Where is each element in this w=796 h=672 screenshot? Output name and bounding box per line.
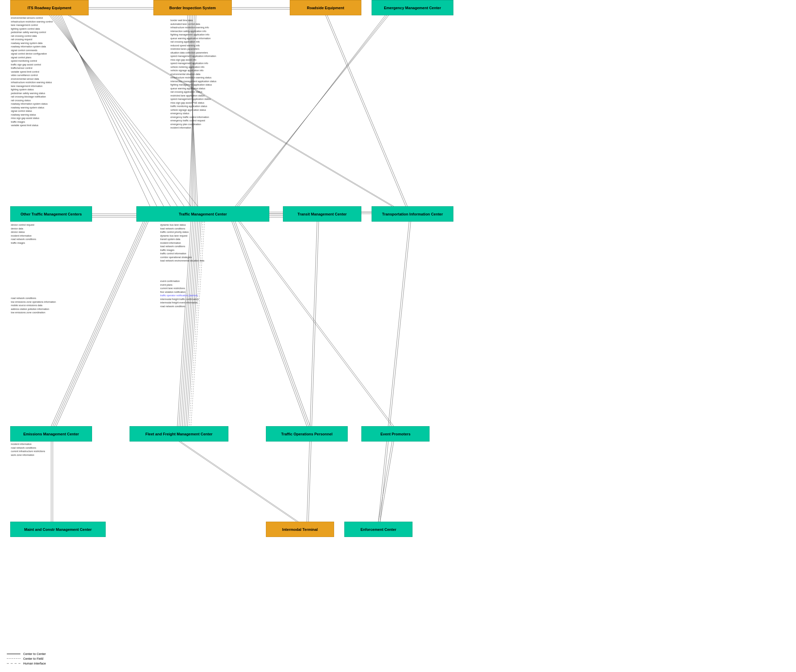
- svg-line-6: [60, 15, 157, 206]
- svg-line-40: [232, 222, 307, 426]
- connections-svg: [0, 0, 796, 672]
- svg-line-42: [235, 222, 310, 426]
- maint-constr-node[interactable]: Maint and Constr Management Center: [10, 522, 105, 537]
- svg-line-59: [308, 222, 319, 522]
- legend: Center to Center Center to Field Human I…: [7, 652, 46, 665]
- its-roadway-node[interactable]: ITS Roadway Equipment: [10, 0, 89, 15]
- legend-center-to-center: Center to Center: [7, 652, 46, 656]
- svg-line-17: [237, 15, 387, 206]
- svg-line-38: [239, 222, 392, 426]
- roadside-equipment-node[interactable]: Roadside Equipment: [290, 0, 361, 15]
- border-inspection-node[interactable]: Border Inspection System: [153, 0, 232, 15]
- emergency-mgmt-node[interactable]: Emergency Management Center: [372, 0, 453, 15]
- svg-line-14: [326, 15, 406, 206]
- svg-line-46: [380, 442, 394, 522]
- svg-line-45: [379, 442, 392, 522]
- svg-line-36: [54, 222, 147, 426]
- other-tmc-labels: device control request device data devic…: [11, 223, 36, 245]
- tmc-event-labels: event confirmation event plans current l…: [160, 280, 199, 308]
- legend-human-interface: Human Interface: [7, 662, 46, 665]
- event-promoters-node[interactable]: Event Promoters: [361, 426, 430, 442]
- intermodal-node[interactable]: Intermodal Terminal: [266, 522, 334, 537]
- fleet-freight-node[interactable]: Fleet and Freight Management Center: [129, 426, 229, 442]
- c2c-label: Center to Center: [23, 652, 46, 656]
- svg-line-55: [70, 15, 394, 206]
- its-tmc-labels: environmental sensors control infrastruc…: [11, 16, 53, 128]
- c2c-line: [7, 654, 21, 654]
- border-tmc-labels: border wait time data automated lane con…: [171, 19, 216, 130]
- svg-line-56: [379, 222, 409, 522]
- tmc-center-labels: dynamic bus lane status load network con…: [160, 223, 204, 263]
- svg-line-5: [58, 15, 164, 206]
- svg-line-18: [235, 15, 388, 206]
- legend-center-to-field: Center to Field: [7, 657, 46, 661]
- svg-line-39: [240, 222, 394, 426]
- other-tmc-node[interactable]: Other Traffic Management Centers: [10, 206, 92, 222]
- diagram-container: ITS Roadway Equipment Border Inspection …: [0, 0, 796, 672]
- svg-line-58: [307, 222, 317, 522]
- c2f-label: Center to Field: [23, 657, 43, 661]
- svg-line-2: [53, 15, 184, 206]
- svg-line-3: [54, 15, 177, 206]
- human-line: [7, 663, 21, 664]
- enforcement-node[interactable]: Enforcement Center: [344, 522, 412, 537]
- svg-line-4: [56, 15, 171, 206]
- svg-line-34: [51, 222, 143, 426]
- emissions-mgmt-node[interactable]: Emissions Management Center: [10, 426, 92, 442]
- svg-line-57: [380, 222, 411, 522]
- svg-line-7: [61, 15, 150, 206]
- emissions-bottom-labels: incident information road network condit…: [11, 443, 45, 457]
- svg-line-47: [179, 442, 297, 522]
- c2f-line: [7, 658, 21, 659]
- transit-mgmt-node[interactable]: Transit Management Center: [283, 206, 361, 222]
- svg-line-48: [181, 442, 298, 522]
- emissions-tmc-labels: road network conditions low emissions zo…: [11, 297, 56, 315]
- traffic-ops-node[interactable]: Traffic Operations Personnel: [266, 426, 348, 442]
- transportation-info-node[interactable]: Transportation Information Center: [372, 206, 453, 222]
- svg-line-16: [239, 15, 385, 206]
- svg-line-35: [53, 222, 145, 426]
- human-label: Human Interface: [23, 662, 46, 665]
- svg-line-54: [68, 15, 392, 206]
- svg-line-1: [51, 15, 191, 206]
- traffic-mgmt-node[interactable]: Traffic Management Center: [136, 206, 269, 222]
- svg-line-37: [56, 222, 148, 426]
- svg-line-15: [327, 15, 408, 206]
- svg-line-41: [233, 222, 308, 426]
